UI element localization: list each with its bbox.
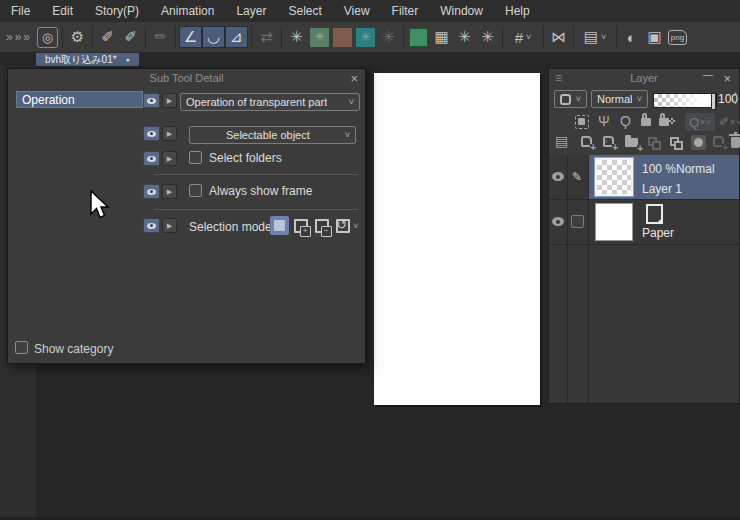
- eyedropper-alt-icon[interactable]: ✐: [119, 25, 142, 49]
- wand-add-icon[interactable]: ✳: [285, 25, 308, 49]
- table-grid-icon[interactable]: ▦: [430, 25, 453, 49]
- eye-toggle-icon[interactable]: [143, 126, 160, 141]
- plus-badge: +: [722, 144, 728, 152]
- polyline-select-icon[interactable]: ⊿: [225, 26, 248, 48]
- layer-thumbnail[interactable]: [595, 203, 633, 241]
- magic-wand-icon[interactable]: ✳: [453, 25, 476, 49]
- layer-visibility-eye-icon[interactable]: [551, 172, 566, 182]
- document-canvas[interactable]: [374, 73, 540, 405]
- reference-layer-icon[interactable]: Ψ: [598, 113, 610, 129]
- wand-add-dim-icon[interactable]: ✳: [377, 25, 400, 49]
- create-layer-mask-icon[interactable]: [691, 135, 706, 150]
- transfer-to-lower-layer-icon[interactable]: [648, 137, 657, 146]
- chevron-down-icon: ˅: [572, 94, 581, 104]
- menu-layer[interactable]: Layer: [225, 0, 277, 22]
- dialog-title-bar[interactable]: Sub Tool Detail ×: [8, 69, 365, 89]
- always-show-frame-checkbox[interactable]: [189, 184, 202, 197]
- expand-arrow-icon[interactable]: ▶: [162, 151, 177, 166]
- layer-select-checkbox[interactable]: [571, 215, 584, 228]
- panel-layout-icon[interactable]: ▤˅: [577, 25, 613, 49]
- eye-toggle-icon[interactable]: [143, 218, 160, 233]
- toolbar-separator: [543, 26, 544, 48]
- chevron-down-icon[interactable]: ˅: [353, 221, 358, 231]
- document-tab[interactable]: bvh取り込み01* ●: [36, 53, 139, 66]
- brown-swatch[interactable]: [333, 28, 352, 47]
- menu-animation[interactable]: Animation: [150, 0, 225, 22]
- eyedropper-icon[interactable]: ✐: [96, 25, 119, 49]
- menu-select[interactable]: Select: [277, 0, 332, 22]
- mesh-green-swatch[interactable]: ✳: [310, 28, 329, 47]
- eye-toggle-icon[interactable]: [143, 151, 160, 166]
- lock-transparent-pixels-icon[interactable]: [659, 118, 669, 126]
- dot-badge: ◦: [605, 137, 608, 146]
- close-icon[interactable]: ×: [350, 71, 358, 86]
- always-show-frame-label: Always show frame: [209, 184, 312, 198]
- mesh-transform-icon[interactable]: ⋈: [547, 25, 570, 49]
- show-category-checkbox[interactable]: [15, 341, 28, 354]
- expand-arrow-icon[interactable]: ▶: [162, 218, 177, 233]
- clip-studio-icon[interactable]: ◎: [36, 25, 59, 49]
- delete-layer-icon[interactable]: [731, 137, 740, 148]
- menu-filter[interactable]: Filter: [381, 0, 430, 22]
- layer-blend-value: Normal: [676, 162, 715, 176]
- menu-view[interactable]: View: [333, 0, 381, 22]
- green-layer-swatch[interactable]: [409, 28, 428, 47]
- category-item-operation[interactable]: Operation: [16, 91, 143, 108]
- selection-mode-subtract-button[interactable]: −: [312, 216, 331, 235]
- draft-layer-icon[interactable]: Ϙ: [620, 113, 631, 129]
- lock-layer-icon[interactable]: [641, 118, 651, 126]
- chevron-down-icon: ˅: [526, 32, 531, 42]
- magic-wand-alt-icon[interactable]: ✳: [476, 25, 499, 49]
- show-category-label: Show category: [34, 342, 113, 356]
- new-raster-layer-icon[interactable]: +: [581, 136, 592, 147]
- layers-stack-icon[interactable]: ▣: [643, 25, 666, 49]
- blend-thumbnail-dropdown[interactable]: ˅: [554, 90, 587, 108]
- curve-select-icon[interactable]: ◡: [202, 26, 225, 48]
- expand-arrow-icon[interactable]: ▶: [162, 126, 177, 141]
- layer-thumbnail[interactable]: [595, 158, 633, 196]
- new-folder-icon[interactable]: +: [625, 138, 638, 147]
- blend-mode-dropdown[interactable]: Normal ˅: [591, 90, 648, 108]
- menu-help[interactable]: Help: [494, 0, 541, 22]
- eye-toggle-icon[interactable]: [143, 93, 160, 108]
- opacity-spin-up[interactable]: ˄: [733, 91, 738, 98]
- merge-with-lower-layer-icon[interactable]: [670, 137, 679, 146]
- teal-swatch[interactable]: ✳: [356, 28, 375, 47]
- apply-mask-icon[interactable]: +: [713, 136, 724, 147]
- ruler-visibility-icon[interactable]: ✐×˅: [717, 113, 740, 131]
- expand-arrow-icon[interactable]: ▶: [162, 184, 177, 199]
- selection-mode-new-button[interactable]: [270, 216, 289, 235]
- select-folders-checkbox[interactable]: [189, 151, 202, 164]
- menu-edit[interactable]: Edit: [41, 0, 84, 22]
- layer-list-view-icon[interactable]: ▤: [555, 133, 568, 149]
- layer-row-paper[interactable]: Paper: [549, 200, 739, 244]
- layer-visibility-eye-icon[interactable]: [551, 217, 566, 227]
- opacity-spin-down[interactable]: ˅: [733, 99, 738, 106]
- grid-snap-icon[interactable]: #˅: [506, 25, 540, 49]
- toolbar-separator: [175, 26, 176, 48]
- png-export-icon[interactable]: png: [666, 25, 689, 49]
- toolbar-overflow-chevrons-icon[interactable]: »»»: [2, 30, 36, 44]
- menu-story[interactable]: Story(P): [84, 0, 150, 22]
- transparent-part-dropdown[interactable]: Operation of transparent part ˅: [180, 93, 360, 111]
- eye-toggle-icon[interactable]: [143, 184, 160, 199]
- clip-to-layer-below-icon[interactable]: [575, 115, 589, 129]
- opacity-slider[interactable]: [653, 93, 717, 108]
- selection-mode-add-button[interactable]: +: [291, 216, 310, 235]
- minimize-icon[interactable]: —: [703, 69, 713, 80]
- new-vector-layer-icon[interactable]: ◦+: [603, 136, 614, 147]
- slider-handle[interactable]: [711, 93, 716, 110]
- marker-icon[interactable]: ✏: [149, 25, 172, 49]
- curve-swap-icon[interactable]: ⇄: [255, 25, 278, 49]
- layer-row-layer1[interactable]: ✎ 100 %Normal Layer 1: [549, 155, 739, 199]
- enable-mask-icon[interactable]: Q×˅: [685, 113, 715, 131]
- circle-mask-icon[interactable]: ◐: [620, 25, 643, 49]
- close-icon[interactable]: ×: [723, 71, 731, 86]
- selection-mode-reselect-button[interactable]: ↺: [333, 216, 352, 235]
- expand-arrow-icon[interactable]: ▶: [162, 93, 177, 108]
- selectable-object-dropdown[interactable]: Selectable object ˅: [189, 126, 356, 144]
- menu-window[interactable]: Window: [429, 0, 494, 22]
- line-select-icon[interactable]: ∠: [179, 26, 202, 48]
- menu-file[interactable]: File: [0, 0, 41, 22]
- gear-icon[interactable]: ⚙: [66, 25, 89, 49]
